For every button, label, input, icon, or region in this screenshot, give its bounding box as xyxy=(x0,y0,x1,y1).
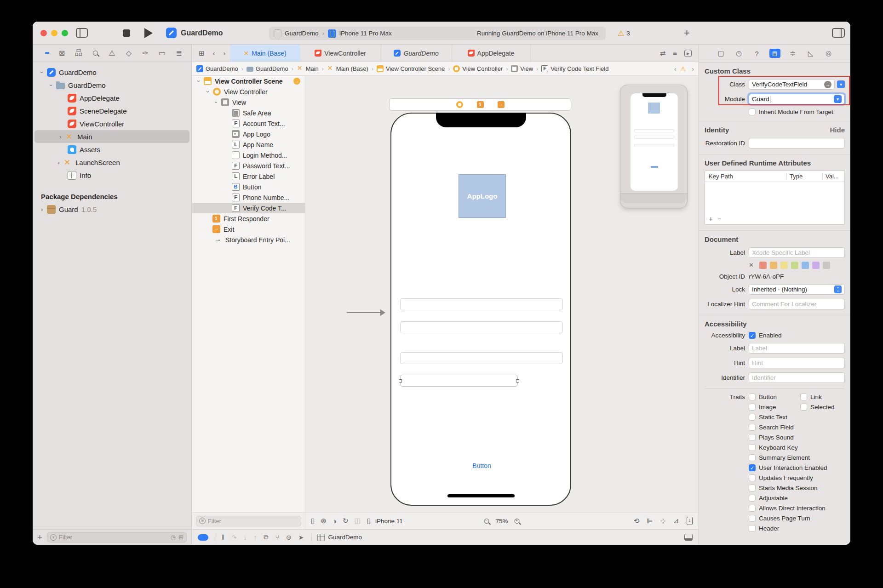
localizer-hint-field[interactable]: Comment For Localizer xyxy=(749,299,845,309)
zoom-level[interactable]: 75% xyxy=(495,518,508,525)
pause-execution-icon[interactable]: ‖ xyxy=(222,534,224,541)
add-editor-icon[interactable]: ▸ xyxy=(684,50,692,57)
appearance-icon[interactable]: ◑ xyxy=(333,517,337,525)
outline-row-error-label[interactable]: L Error Label xyxy=(192,171,305,182)
trait-header-checkbox[interactable] xyxy=(749,525,756,532)
trait-allows-direct-interaction-checkbox[interactable] xyxy=(749,505,756,512)
outline-row-scene[interactable]: › View Controller Scene → xyxy=(192,76,305,86)
trait-updates-frequently-checkbox[interactable] xyxy=(749,474,756,481)
tree-item-package-guard[interactable]: › Guard 1.0.5 xyxy=(33,203,191,216)
outline-row-login-method[interactable]: Login Method... xyxy=(192,150,305,160)
inherit-module-checkbox[interactable] xyxy=(749,108,756,115)
runtime-attributes-table[interactable]: Key Path Type Val... +− xyxy=(705,171,845,225)
disclosure-icon[interactable]: › xyxy=(56,159,62,166)
canvas-device-name[interactable]: iPhone 11 xyxy=(375,518,403,525)
outline-row-exit[interactable]: Exit xyxy=(192,224,305,234)
identity-inspector-icon[interactable]: ▤ xyxy=(769,49,780,58)
jumpbar-project[interactable]: GuardDemo xyxy=(196,65,238,72)
debug-area-toggle-icon[interactable] xyxy=(684,534,693,541)
connections-inspector-icon[interactable]: ◎ xyxy=(823,49,834,57)
trait-starts-media-session-checkbox[interactable] xyxy=(749,485,756,491)
outline-row-app-logo[interactable]: App Logo xyxy=(192,129,305,139)
disclosure-icon[interactable]: › xyxy=(39,206,45,213)
help-inspector-icon[interactable]: ? xyxy=(751,50,763,57)
jumpbar-storyboard-base[interactable]: Main (Base) xyxy=(327,65,368,72)
scheme-selector[interactable]: GuardDemo › iPhone 11 Pro Max Running Gu… xyxy=(269,27,606,40)
resize-handle-right[interactable] xyxy=(516,379,519,382)
attributes-inspector-icon[interactable]: ≑ xyxy=(787,49,798,57)
device-bezels-icon[interactable]: ▯ xyxy=(311,517,315,525)
trait-summary-element-checkbox[interactable] xyxy=(749,454,756,461)
editor-options-icon[interactable]: ≡ xyxy=(673,49,677,57)
outline-row-safe-area[interactable]: Safe Area xyxy=(192,108,305,118)
jumpbar-textfield[interactable]: FVerify Code Text Field xyxy=(541,65,608,72)
tree-item-viewcontroller[interactable]: ViewController xyxy=(33,117,191,130)
tab-main-base[interactable]: ✕ Main (Base) xyxy=(230,45,300,62)
device-icon[interactable]: ▯ xyxy=(367,517,371,525)
left-sidebar-toggle-icon[interactable] xyxy=(76,28,88,38)
view-controller-icon[interactable] xyxy=(456,101,463,108)
lock-stepper-icon[interactable]: ▴▾ xyxy=(834,285,842,293)
outline-filter-field[interactable]: ≋ Filter xyxy=(196,516,301,526)
accessibility-preview-icon[interactable]: ⊛ xyxy=(321,517,327,525)
tree-item-info-plist[interactable]: Info xyxy=(33,169,191,182)
warning-badge[interactable]: ⚠ 3 xyxy=(618,29,630,38)
yellow-swatch[interactable] xyxy=(780,262,788,269)
class-dropdown-icon[interactable]: ▾ xyxy=(837,80,845,88)
breakpoints-toggle[interactable] xyxy=(198,534,208,541)
gray-swatch[interactable] xyxy=(823,262,830,269)
symbol-navigator-icon[interactable]: 品 xyxy=(74,48,84,58)
trait-keyboard-key-checkbox[interactable] xyxy=(749,444,756,451)
a11y-label-field[interactable]: Label xyxy=(749,343,845,354)
run-button[interactable] xyxy=(144,28,153,38)
trait-selected-checkbox[interactable] xyxy=(800,404,807,411)
orange-swatch[interactable] xyxy=(770,262,777,269)
add-constraints-icon[interactable]: ⊹ xyxy=(660,517,666,525)
outline-row-password-textfield[interactable]: F Password Text... xyxy=(192,160,305,171)
warning-icon[interactable]: ⚠ xyxy=(680,65,686,73)
outline-row-phone-textfield[interactable]: F Phone Numbe... xyxy=(192,192,305,203)
tree-item-group[interactable]: › GuardDemo xyxy=(33,79,191,91)
debug-target-name[interactable]: GuardDemo xyxy=(328,534,362,541)
tree-item-project[interactable]: › GuardDemo xyxy=(33,66,191,79)
jumpbar-group[interactable]: GuardDemo xyxy=(247,65,288,72)
disclosure-icon[interactable]: › xyxy=(39,69,46,75)
resolve-auto-layout-icon[interactable]: ⊿ xyxy=(673,517,679,525)
outline-row-app-name[interactable]: L App Name xyxy=(192,139,305,150)
stop-button[interactable] xyxy=(123,29,130,37)
file-inspector-icon[interactable]: ▢ xyxy=(716,49,727,57)
no-color-swatch[interactable]: ✕ xyxy=(749,262,756,269)
next-issue-icon[interactable]: › xyxy=(692,65,694,73)
first-responder-icon[interactable]: 1 xyxy=(477,101,484,108)
remove-attribute-button[interactable]: − xyxy=(717,215,726,223)
blue-swatch[interactable] xyxy=(802,262,809,269)
trait-user-interaction-checkbox[interactable]: ✓ xyxy=(749,464,756,471)
red-swatch[interactable] xyxy=(759,262,767,269)
trait-link-checkbox[interactable] xyxy=(800,394,807,400)
navigator-filter-field[interactable]: ∨ Filter ◷ ⊞ xyxy=(47,532,187,542)
verify-code-textfield[interactable] xyxy=(400,375,518,387)
green-swatch[interactable] xyxy=(791,262,798,269)
add-attribute-button[interactable]: + xyxy=(709,215,717,223)
login-button[interactable]: Button xyxy=(391,462,572,469)
tab-guarddemo[interactable]: GuardDemo xyxy=(381,45,452,62)
breakpoint-navigator-icon[interactable]: ▭ xyxy=(157,49,167,57)
account-textfield[interactable] xyxy=(400,298,563,310)
simulate-location-icon[interactable]: ➤ xyxy=(298,534,304,541)
view-hierarchy-icon[interactable]: ⧉ xyxy=(264,533,269,541)
purple-swatch[interactable] xyxy=(812,262,820,269)
code-review-icon[interactable]: ⇄ xyxy=(660,49,666,57)
jumpbar-storyboard[interactable]: Main xyxy=(297,65,319,72)
trait-image-checkbox[interactable] xyxy=(749,404,756,411)
report-navigator-icon[interactable]: ≣ xyxy=(174,49,184,57)
trait-button-checkbox[interactable] xyxy=(749,394,756,400)
tab-viewcontroller[interactable]: ViewController xyxy=(300,45,381,62)
source-control-navigator-icon[interactable]: ⊠ xyxy=(57,49,67,57)
outline-row-entry-point[interactable]: Storyboard Entry Poi... xyxy=(192,234,305,245)
find-navigator-icon[interactable] xyxy=(90,49,100,57)
test-navigator-icon[interactable]: ◇ xyxy=(124,49,134,57)
related-items-icon[interactable]: ⊞ xyxy=(192,45,209,62)
tree-item-scenedelegate[interactable]: SceneDelegate xyxy=(33,104,191,117)
trait-causes-page-turn-checkbox[interactable] xyxy=(749,515,756,522)
disclosure-icon[interactable]: › xyxy=(48,82,55,88)
